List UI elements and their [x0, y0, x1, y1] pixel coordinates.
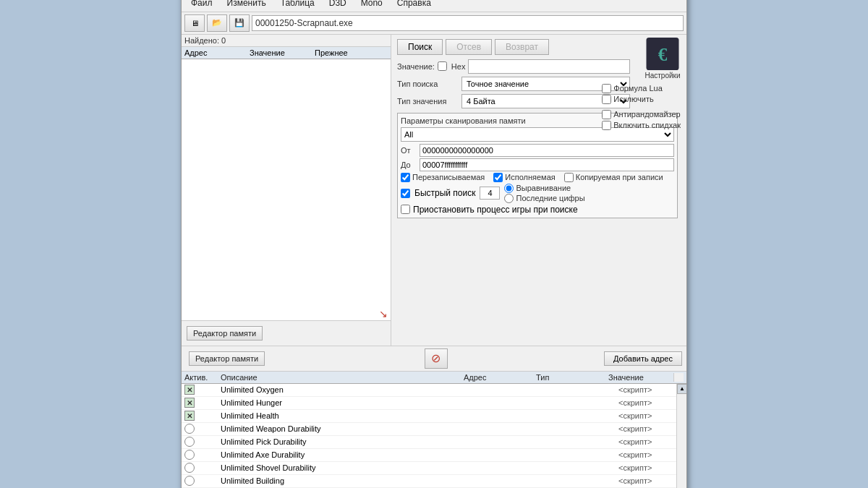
- ct-desc-header: Описание: [221, 373, 464, 382]
- antirandom-checkbox[interactable]: [602, 110, 611, 119]
- value-type-label: Тип значения: [397, 97, 459, 106]
- fast-scan-checkbox[interactable]: [401, 189, 410, 198]
- last-digits-radio[interactable]: [504, 194, 514, 203]
- spdhack-label: Включить спидхак: [613, 121, 681, 129]
- executable-checkbox[interactable]: [493, 173, 503, 182]
- executable-opt: Исполняемая: [493, 173, 555, 182]
- table-row[interactable]: Unlimited Weapon Durability<скрипт>: [182, 423, 686, 436]
- process-input[interactable]: [252, 15, 684, 31]
- spdhack-checkbox[interactable]: [602, 121, 611, 130]
- copy-checkbox[interactable]: [564, 173, 574, 182]
- addr-header: Адрес: [184, 48, 250, 57]
- active-circle[interactable]: [184, 476, 195, 486]
- toolbar: 🖥 📂 💾: [182, 12, 686, 35]
- table-row[interactable]: Unlimited Building<скрипт>: [182, 475, 686, 488]
- writable-opt: Перезаписываемая: [401, 173, 485, 182]
- search-button[interactable]: Поиск: [397, 39, 443, 55]
- pause-row: Приостановить процесс игры при поиске: [401, 205, 674, 215]
- ct-val-cell: <скрипт>: [618, 437, 684, 446]
- from-row: От: [401, 144, 674, 157]
- prev-header: Прежнее: [315, 48, 388, 57]
- search-type-label: Тип поиска: [397, 80, 459, 88]
- fast-scan-label: Быстрый поиск: [414, 188, 475, 198]
- scan-results[interactable]: ↘: [182, 59, 391, 320]
- writable-checkbox[interactable]: [401, 173, 410, 182]
- ct-desc-cell: Unlimited Health: [221, 411, 474, 420]
- active-circle[interactable]: [184, 450, 195, 460]
- ct-val-header: Значение: [608, 373, 673, 382]
- filter-button[interactable]: Отсев: [446, 39, 492, 55]
- align-option: Выравнивание: [504, 184, 584, 193]
- toolbar-btn-3[interactable]: 💾: [229, 14, 250, 32]
- menu-item-d3d[interactable]: D3D: [323, 0, 353, 10]
- align-radio[interactable]: [504, 184, 514, 193]
- ct-active-cell: [184, 476, 221, 486]
- table-row[interactable]: Unlimited Shovel Durability<скрипт>: [182, 462, 686, 475]
- exclude-checkbox[interactable]: [602, 95, 611, 104]
- ct-active-cell: ✕: [184, 385, 221, 395]
- from-input[interactable]: [420, 144, 674, 157]
- value-type-row: Тип значения 4 Байта: [397, 94, 630, 108]
- active-circle[interactable]: [184, 424, 195, 434]
- active-checkbox[interactable]: ✕: [184, 411, 195, 421]
- formula-cb: Формула Lua: [602, 84, 681, 93]
- fast-scan-row: Быстрый поиск Выравнивание Последние циф…: [401, 184, 674, 203]
- active-checkbox[interactable]: ✕: [184, 398, 195, 408]
- active-checkbox[interactable]: ✕: [184, 385, 195, 395]
- resize-handle[interactable]: ↘: [379, 309, 388, 317]
- return-button[interactable]: Возврат: [495, 39, 549, 55]
- scrollbar[interactable]: [673, 373, 684, 382]
- active-circle[interactable]: [184, 437, 195, 447]
- writable-label: Перезаписываемая: [412, 173, 485, 181]
- pause-label: Приостановить процесс игры при поиске: [413, 205, 578, 215]
- menu-item-справка[interactable]: Справка: [391, 0, 438, 10]
- button-row: Поиск Отсев Возврат: [397, 39, 630, 55]
- add-address-button[interactable]: Добавить адрес: [604, 351, 682, 366]
- mem-editor-button[interactable]: Редактор памяти: [187, 326, 263, 341]
- svg-text:€: €: [658, 44, 668, 64]
- ct-active-cell: ✕: [184, 411, 221, 421]
- active-circle[interactable]: [184, 463, 195, 473]
- table-row[interactable]: ✕Unlimited Hunger<скрипт>: [182, 397, 686, 410]
- copy-label: Копируемая при записи: [576, 173, 663, 181]
- menu-item-изменить[interactable]: Изменить: [221, 0, 273, 10]
- table-row[interactable]: Unlimited Axe Durability<скрипт>: [182, 449, 686, 462]
- hex-checkbox[interactable]: [438, 61, 447, 71]
- action-mem-editor[interactable]: Редактор памяти: [189, 351, 265, 366]
- ct-active-header: Актив.: [184, 373, 221, 382]
- cheat-table: Актив. Описание Адрес Тип Значение ✕Unli…: [182, 372, 686, 489]
- action-bar: Редактор памяти ⊘ Добавить адрес: [182, 346, 686, 372]
- formula-checkbox[interactable]: [602, 84, 611, 93]
- to-input[interactable]: [420, 158, 674, 171]
- value-input[interactable]: [468, 59, 630, 74]
- menu-item-файл[interactable]: Файл: [184, 0, 219, 10]
- last-digits-option: Последние цифры: [504, 194, 584, 203]
- ct-active-cell: ✕: [184, 398, 221, 408]
- ct-scrollbar[interactable]: ▲▼: [676, 384, 686, 489]
- delete-button[interactable]: ⊘: [425, 348, 448, 369]
- toolbar-btn-2[interactable]: 📂: [207, 14, 227, 32]
- last-digits-label: Последние цифры: [516, 194, 584, 202]
- ct-active-cell: [184, 463, 221, 473]
- ct-desc-cell: Unlimited Building: [221, 476, 474, 485]
- main-window: CE Cheat Engine 7.2 − □ ✕ ФайлИзменитьТа…: [181, 0, 687, 488]
- check-options: Перезаписываемая Исполняемая Копируемая …: [401, 173, 674, 182]
- ct-desc-cell: Unlimited Shovel Durability: [221, 463, 474, 472]
- ct-val-cell: <скрипт>: [618, 424, 684, 433]
- toolbar-btn-1[interactable]: 🖥: [184, 14, 205, 32]
- ct-active-cell: [184, 450, 221, 460]
- menu-item-mono[interactable]: Mono: [354, 0, 389, 10]
- pause-checkbox[interactable]: [401, 205, 410, 214]
- ct-desc-cell: Unlimited Axe Durability: [221, 450, 474, 459]
- scroll-up[interactable]: ▲: [677, 384, 686, 394]
- settings-label[interactable]: Настройки: [644, 72, 680, 80]
- table-row[interactable]: Unlimited Pick Durability<скрипт>: [182, 436, 686, 449]
- ct-val-cell: <скрипт>: [618, 450, 684, 459]
- table-row[interactable]: ✕Unlimited Health<скрипт>: [182, 410, 686, 423]
- fast-scan-input[interactable]: [480, 187, 500, 200]
- table-row[interactable]: ✕Unlimited Oxygen<скрипт>: [182, 384, 686, 397]
- left-panel: Найдено: 0 Адрес Значение Прежнее ↘ Реда…: [182, 35, 391, 346]
- menu-item-таблица[interactable]: Таблица: [274, 0, 321, 10]
- right-panel: € Настройки Поиск Отсев Возврат Значение…: [391, 35, 686, 346]
- align-label: Выравнивание: [516, 184, 571, 192]
